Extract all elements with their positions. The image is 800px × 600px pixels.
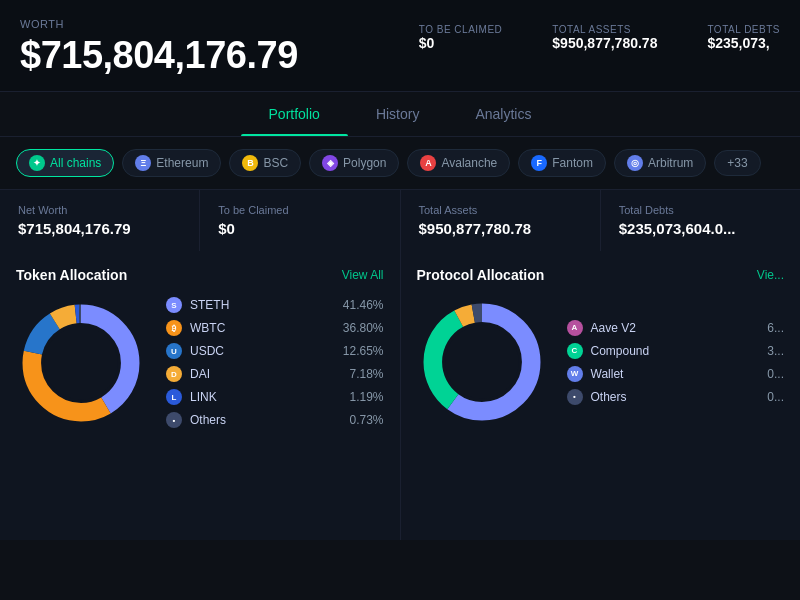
protocol-allocation-title: Protocol Allocation — [417, 267, 545, 283]
legend-dot: C — [567, 343, 583, 359]
stat-card: Total Assets $950,877,780.78 — [401, 190, 600, 251]
stat-card-label: Total Assets — [419, 204, 582, 216]
stat-card: Net Worth $715,804,176.79 — [0, 190, 199, 251]
stat-card-value: $950,877,780.78 — [419, 220, 582, 237]
token-donut-svg — [16, 298, 146, 428]
chain-label: Polygon — [343, 156, 386, 170]
legend-pct: 36.80% — [343, 321, 384, 335]
legend-dot: S — [166, 297, 182, 313]
chain-pill-allchains[interactable]: ✦All chains — [16, 149, 114, 177]
chain-label: All chains — [50, 156, 101, 170]
chain-icon: Ξ — [135, 155, 151, 171]
tab-history[interactable]: History — [348, 92, 448, 136]
legend-pct: 6... — [744, 321, 784, 335]
stat-card-label: Net Worth — [18, 204, 181, 216]
top-stat-value: $950,877,780.78 — [552, 35, 657, 51]
legend-item: W Wallet 0... — [567, 366, 785, 382]
legend-item: L LINK 1.19% — [166, 389, 384, 405]
legend-name: Wallet — [591, 367, 737, 381]
chain-pill-ethereum[interactable]: ΞEthereum — [122, 149, 221, 177]
chain-pill-fantom[interactable]: FFantom — [518, 149, 606, 177]
top-stats: TO BE CLAIMED $0TOTAL ASSETS $950,877,78… — [419, 18, 780, 51]
chain-icon: ◎ — [627, 155, 643, 171]
chain-icon: ✦ — [29, 155, 45, 171]
svg-point-6 — [44, 326, 118, 400]
legend-item: D DAI 7.18% — [166, 366, 384, 382]
legend-item: S STETH 41.46% — [166, 297, 384, 313]
stat-card-value: $0 — [218, 220, 381, 237]
chain-label: Fantom — [552, 156, 593, 170]
legend-name: Others — [591, 390, 737, 404]
top-stat-label: TOTAL ASSETS — [552, 24, 657, 35]
legend-item: • Others 0.73% — [166, 412, 384, 428]
top-stat: TOTAL ASSETS $950,877,780.78 — [552, 24, 657, 51]
svg-point-11 — [445, 325, 519, 399]
stat-card-label: Total Debts — [619, 204, 782, 216]
legend-pct: 3... — [744, 344, 784, 358]
chain-pill-arbitrum[interactable]: ◎Arbitrum — [614, 149, 706, 177]
chain-pill-avalanche[interactable]: AAvalanche — [407, 149, 510, 177]
legend-dot: W — [567, 366, 583, 382]
legend-pct: 0.73% — [344, 413, 384, 427]
net-worth-value: $715,804,176.79 — [20, 34, 419, 77]
tabs-bar: PortfolioHistoryAnalytics — [0, 92, 800, 137]
token-legend: S STETH 41.46% ₿ WBTC 36.80% U USDC 12.6… — [166, 297, 384, 428]
legend-item: A Aave V2 6... — [567, 320, 785, 336]
legend-name: LINK — [190, 390, 336, 404]
chain-icon: A — [420, 155, 436, 171]
chain-label: Arbitrum — [648, 156, 693, 170]
token-allocation-body: S STETH 41.46% ₿ WBTC 36.80% U USDC 12.6… — [16, 297, 384, 428]
protocol-donut-svg — [417, 297, 547, 427]
top-stat-label: TO BE CLAIMED — [419, 24, 503, 35]
stats-row: Net Worth $715,804,176.79To be Claimed $… — [0, 190, 800, 251]
legend-dot: • — [166, 412, 182, 428]
top-stat-value: $235,073, — [707, 35, 780, 51]
chain-label: BSC — [263, 156, 288, 170]
chain-label: Avalanche — [441, 156, 497, 170]
legend-item: ₿ WBTC 36.80% — [166, 320, 384, 336]
chain-icon: F — [531, 155, 547, 171]
stat-card-label: To be Claimed — [218, 204, 381, 216]
chain-pill-bsc[interactable]: BBSC — [229, 149, 301, 177]
legend-name: DAI — [190, 367, 336, 381]
legend-pct: 41.46% — [343, 298, 384, 312]
token-donut — [16, 298, 146, 428]
stat-card-value: $235,073,604.0... — [619, 220, 782, 237]
chain-pill-+33[interactable]: +33 — [714, 150, 760, 176]
legend-item: U USDC 12.65% — [166, 343, 384, 359]
legend-name: Aave V2 — [591, 321, 737, 335]
top-bar: WORTH $715,804,176.79 TO BE CLAIMED $0TO… — [0, 0, 800, 92]
protocol-donut — [417, 297, 547, 427]
token-view-all[interactable]: View All — [342, 268, 384, 282]
stat-card: Total Debts $235,073,604.0... — [601, 190, 800, 251]
net-worth-label: WORTH — [20, 18, 419, 30]
top-stat-value: $0 — [419, 35, 503, 51]
protocol-allocation-body: A Aave V2 6... C Compound 3... W Wallet … — [417, 297, 785, 427]
token-allocation-panel: Token Allocation View All S STETH 41.46%… — [0, 251, 400, 540]
legend-name: USDC — [190, 344, 335, 358]
tab-analytics[interactable]: Analytics — [447, 92, 559, 136]
legend-item: C Compound 3... — [567, 343, 785, 359]
legend-dot: ₿ — [166, 320, 182, 336]
legend-pct: 1.19% — [344, 390, 384, 404]
token-allocation-title: Token Allocation — [16, 267, 127, 283]
legend-item: • Others 0... — [567, 389, 785, 405]
legend-name: Others — [190, 413, 336, 427]
legend-dot: D — [166, 366, 182, 382]
chain-filters: ✦All chainsΞEthereumBBSC◈PolygonAAvalanc… — [0, 137, 800, 190]
main-content: Token Allocation View All S STETH 41.46%… — [0, 251, 800, 540]
chain-pill-polygon[interactable]: ◈Polygon — [309, 149, 399, 177]
protocol-view-all[interactable]: Vie... — [757, 268, 784, 282]
chain-icon: ◈ — [322, 155, 338, 171]
chain-label: Ethereum — [156, 156, 208, 170]
tab-portfolio[interactable]: Portfolio — [241, 92, 348, 136]
legend-pct: 12.65% — [343, 344, 384, 358]
chain-icon: B — [242, 155, 258, 171]
top-stat-label: TOTAL DEBTS — [707, 24, 780, 35]
legend-name: WBTC — [190, 321, 335, 335]
legend-pct: 0... — [744, 367, 784, 381]
legend-dot: • — [567, 389, 583, 405]
legend-dot: A — [567, 320, 583, 336]
top-stat: TO BE CLAIMED $0 — [419, 24, 503, 51]
legend-name: Compound — [591, 344, 737, 358]
